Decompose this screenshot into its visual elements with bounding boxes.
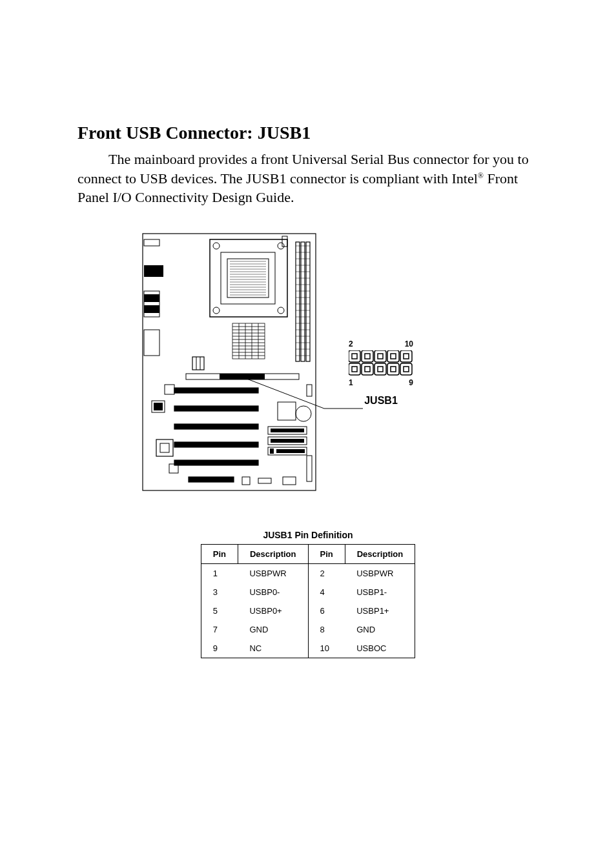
col-desc-a: Description: [238, 545, 308, 564]
svg-rect-87: [156, 439, 173, 456]
svg-rect-50: [232, 323, 265, 359]
pin-label-9: 9: [409, 378, 413, 387]
cell-desc: GND: [345, 620, 415, 639]
pin-label-2: 2: [349, 339, 353, 348]
svg-rect-88: [160, 443, 169, 452]
svg-rect-24: [306, 242, 310, 361]
svg-rect-113: [378, 367, 383, 372]
table-row: 3USBP0-4USBP1-: [201, 583, 415, 601]
pin-table-wrap: JUSB1 Pin Definition Pin Description Pin…: [77, 530, 539, 658]
intro-paragraph: The mainboard provides a front Universal…: [77, 150, 539, 207]
svg-rect-43: [144, 239, 159, 246]
table-row: 1USBPWR2USBPWR: [201, 564, 415, 583]
connector-name: JUSB1: [364, 395, 398, 407]
svg-rect-99: [352, 354, 357, 359]
svg-rect-49: [282, 236, 287, 247]
cell-pin: 3: [201, 583, 238, 601]
svg-rect-103: [378, 354, 383, 359]
table-row: 7GND8GND: [201, 620, 415, 639]
pin-label-1: 1: [349, 378, 353, 387]
svg-rect-86: [270, 449, 274, 454]
cell-pin: 1: [201, 564, 238, 583]
cell-desc: NC: [238, 639, 308, 658]
cell-pin: 10: [308, 639, 345, 658]
pin-label-10: 10: [405, 339, 413, 348]
svg-rect-117: [404, 367, 409, 372]
svg-rect-77: [307, 385, 312, 396]
header-pinout-icon: [349, 350, 413, 376]
svg-rect-48: [144, 330, 159, 356]
svg-rect-93: [258, 478, 271, 483]
svg-rect-23: [301, 242, 305, 361]
figure-row: 2 10 1 9 JUSB1: [142, 233, 539, 491]
svg-rect-95: [307, 456, 312, 481]
svg-rect-105: [391, 354, 396, 359]
page-title: Front USB Connector: JUSB1: [77, 123, 539, 143]
svg-rect-44: [144, 265, 163, 277]
connector-callout: 2 10 1 9 JUSB1: [349, 339, 413, 407]
svg-rect-101: [365, 354, 370, 359]
svg-rect-79: [278, 402, 296, 420]
cell-pin: 8: [308, 620, 345, 639]
svg-rect-3: [227, 259, 269, 298]
svg-rect-2: [221, 252, 275, 304]
svg-rect-92: [242, 477, 250, 485]
cell-desc: USBPWR: [345, 564, 415, 583]
cell-pin: 7: [201, 620, 238, 639]
svg-rect-74: [174, 442, 258, 447]
svg-rect-47: [144, 305, 159, 313]
cell-desc: USBP0-: [238, 583, 308, 601]
cell-desc: USBPWR: [238, 564, 308, 583]
cell-pin: 4: [308, 583, 345, 601]
svg-rect-111: [365, 367, 370, 372]
col-pin-a: Pin: [201, 545, 238, 564]
table-header-row: Pin Description Pin Description: [201, 545, 415, 564]
svg-point-78: [296, 406, 311, 421]
table-row: 9NC10USBOC: [201, 639, 415, 658]
svg-rect-76: [189, 477, 234, 482]
pin-definition-table: Pin Description Pin Description 1USBPWR2…: [201, 544, 416, 658]
table-title: JUSB1 Pin Definition: [263, 530, 353, 540]
cell-desc: USBOC: [345, 639, 415, 658]
svg-rect-65: [192, 357, 204, 370]
svg-rect-73: [174, 424, 258, 429]
svg-rect-81: [271, 429, 304, 432]
motherboard-diagram: [142, 233, 316, 491]
registered-mark: ®: [478, 170, 484, 179]
cell-pin: 5: [201, 601, 238, 620]
col-desc-b: Description: [345, 545, 415, 564]
svg-rect-107: [404, 354, 409, 359]
cell-desc: USBP1-: [345, 583, 415, 601]
col-pin-b: Pin: [308, 545, 345, 564]
svg-rect-70: [165, 385, 174, 394]
svg-point-20: [213, 307, 220, 314]
intro-main: The mainboard provides a front Universal…: [77, 151, 529, 187]
svg-rect-69: [220, 374, 265, 379]
svg-point-19: [278, 243, 284, 249]
svg-rect-109: [352, 367, 357, 372]
svg-rect-75: [174, 460, 258, 465]
motherboard-svg: [142, 233, 316, 491]
cell-pin: 6: [308, 601, 345, 620]
svg-rect-85: [276, 449, 305, 453]
cell-pin: 2: [308, 564, 345, 583]
cell-desc: USBP0+: [238, 601, 308, 620]
cell-desc: USBP1+: [345, 601, 415, 620]
svg-point-18: [213, 243, 220, 249]
svg-rect-1: [210, 239, 287, 317]
cell-desc: GND: [238, 620, 308, 639]
svg-point-21: [278, 307, 284, 314]
svg-rect-72: [174, 406, 258, 411]
svg-rect-46: [144, 294, 159, 302]
table-row: 5USBP0+6USBP1+: [201, 601, 415, 620]
svg-rect-94: [283, 477, 296, 485]
cell-pin: 9: [201, 639, 238, 658]
svg-rect-22: [296, 242, 300, 361]
svg-rect-90: [154, 403, 163, 410]
svg-rect-83: [271, 439, 304, 443]
svg-rect-115: [391, 367, 396, 372]
svg-rect-71: [174, 388, 258, 393]
